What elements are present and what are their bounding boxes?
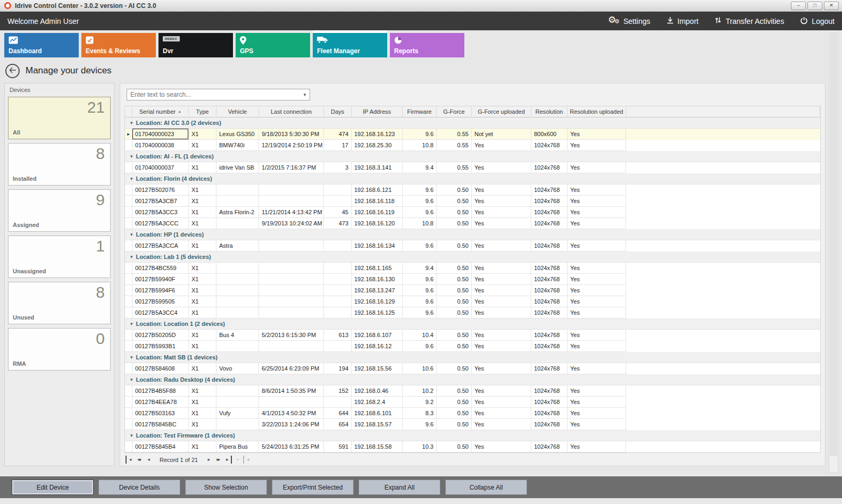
cell-firmware[interactable]: 9.6 [403, 274, 437, 285]
table-row[interactable]: 00127B5A3CCCX19/19/2013 10:24:02 AM47319… [125, 218, 820, 229]
table-row[interactable]: 00127B5993B1X1192.168.16.129.60.50Yes102… [125, 341, 820, 352]
cell-gforce-uploaded[interactable]: Yes [472, 441, 531, 452]
cell-gforce[interactable]: 0.50 [437, 397, 472, 408]
cell-type[interactable]: X1 [189, 285, 216, 296]
cell-ip-address[interactable]: 192.168.0.46 [352, 385, 403, 397]
cell-firmware[interactable]: 9.4 [403, 263, 437, 274]
cell-ip-address[interactable]: 192.168.13.247 [352, 285, 403, 296]
cell-gforce-uploaded[interactable]: Yes [472, 296, 531, 307]
cell-firmware[interactable]: 9.6 [403, 129, 437, 140]
cell-gforce-uploaded[interactable]: Yes [472, 196, 531, 207]
cell-type[interactable]: X1 [189, 363, 216, 374]
cell-serial-number[interactable]: 00127B59940F [132, 274, 189, 285]
cell-days[interactable]: 654 [324, 419, 352, 430]
cell-serial-number[interactable]: 00127B584608 [132, 363, 189, 374]
cell-ip-address[interactable]: 192.168.16.118 [352, 196, 403, 207]
cell-serial-number[interactable]: 017040000038 [132, 140, 189, 151]
group-row[interactable]: ▾Location: Lab 1 (5 devices) [125, 251, 820, 263]
cell-firmware[interactable]: 9.6 [403, 207, 437, 218]
filter-card-rma[interactable]: 0 RMA [8, 328, 111, 371]
cell-resolution-uploaded[interactable]: Yes [568, 363, 626, 374]
cell-gforce-uploaded[interactable]: Yes [472, 307, 531, 318]
cell-vehicle[interactable]: Astra Florin-2 [216, 207, 259, 218]
device-details-button[interactable]: Device Details [98, 480, 180, 495]
cell-type[interactable]: X1 [189, 140, 216, 151]
cell-firmware[interactable]: 10.8 [403, 218, 437, 229]
cell-serial-number[interactable]: 00127B5A3CC3 [132, 207, 189, 218]
cell-days[interactable]: 644 [324, 408, 352, 419]
cell-type[interactable]: X1 [189, 385, 216, 397]
cell-firmware[interactable]: 8.3 [403, 408, 437, 419]
cell-resolution-uploaded[interactable]: Yes [568, 419, 626, 430]
edit-device-button[interactable]: Edit Device [12, 480, 94, 495]
cell-days[interactable]: 474 [324, 129, 352, 140]
cell-last-connection[interactable]: 6/25/2014 6:23:09 PM [259, 363, 324, 374]
cell-serial-number[interactable]: 00127B5A3CCA [132, 240, 189, 251]
chevron-down-icon[interactable]: ▼ [300, 93, 310, 97]
table-row[interactable]: 00127B5A3CB7X1192.168.16.1189.60.50Yes10… [125, 196, 820, 207]
group-row[interactable]: ▾Location: Florin (4 devices) [125, 173, 820, 184]
column-header-days[interactable]: Days [324, 106, 352, 117]
cell-vehicle[interactable] [216, 397, 259, 408]
table-row[interactable]: ▸017040000023X1Lexus GS3509/18/2013 5:30… [125, 129, 820, 140]
cell-resolution[interactable]: 1024x768 [531, 441, 568, 452]
table-row[interactable]: 00127B5994F6X1192.168.13.2479.60.50Yes10… [125, 285, 820, 296]
cell-gforce[interactable]: 0.50 [437, 196, 472, 207]
table-row[interactable]: 00127B584608X1Vovo6/25/2014 6:23:09 PM19… [125, 363, 820, 374]
cell-type[interactable]: X1 [189, 441, 216, 452]
search-combobox[interactable]: ▼ [127, 89, 310, 100]
group-row[interactable]: ▾Location: Matt SB (1 devices) [125, 352, 820, 363]
cell-ip-address[interactable]: 192.168.16.130 [352, 274, 403, 285]
cell-gforce[interactable]: 0.50 [437, 207, 472, 218]
cell-days[interactable] [324, 263, 352, 274]
cell-last-connection[interactable]: 12/19/2014 2:50:19 PM [259, 140, 324, 151]
cell-resolution-uploaded[interactable]: Yes [568, 196, 626, 207]
group-row[interactable]: ▾Location: HP (1 devices) [125, 229, 820, 240]
cell-firmware[interactable]: 10.8 [403, 140, 437, 151]
cell-last-connection[interactable]: 11/21/2014 4:13:42 PM [259, 207, 324, 218]
cell-ip-address[interactable]: 192.168.15.56 [352, 363, 403, 374]
cell-gforce[interactable]: 0.50 [437, 330, 472, 341]
cell-vehicle[interactable]: Pipera Bus [216, 441, 259, 452]
filter-card-unused[interactable]: 8 Unused [8, 282, 111, 324]
cell-vehicle[interactable]: idrive Van SB [216, 162, 259, 173]
cell-firmware[interactable]: 9.4 [403, 162, 437, 173]
export-print-selected-button[interactable]: Export/Print Selected [272, 480, 354, 495]
cell-gforce[interactable]: 0.50 [437, 240, 472, 251]
cell-type[interactable]: X1 [189, 207, 216, 218]
tab-reports[interactable]: Reports [390, 33, 464, 57]
cell-vehicle[interactable] [216, 296, 259, 307]
cell-ip-address[interactable]: 192.168.16.134 [352, 240, 403, 251]
cell-last-connection[interactable]: 9/19/2013 10:24:02 AM [259, 218, 324, 229]
cell-days[interactable]: 194 [324, 363, 352, 374]
cell-ip-address[interactable]: 192.168.3.141 [352, 162, 403, 173]
cell-type[interactable]: X1 [189, 408, 216, 419]
cell-gforce-uploaded[interactable]: Yes [472, 184, 531, 196]
prev-record-button[interactable]: ◂ [145, 456, 153, 464]
table-row[interactable]: 00127B4BC559X1192.168.1.1659.40.50Yes102… [125, 263, 820, 274]
first-record-button[interactable]: ◂ [126, 456, 134, 464]
cell-days[interactable] [324, 184, 352, 196]
cell-days[interactable]: 591 [324, 441, 352, 452]
cell-gforce[interactable]: 0.50 [437, 184, 472, 196]
cell-type[interactable]: X1 [189, 184, 216, 196]
cell-last-connection[interactable]: 1/2/2015 7:16:37 PM [259, 162, 324, 173]
cell-vehicle[interactable] [216, 184, 259, 196]
cell-ip-address[interactable]: 192.168.15.58 [352, 441, 403, 452]
cell-resolution[interactable]: 1024x768 [531, 385, 568, 397]
cell-days[interactable] [324, 307, 352, 318]
collapse-icon[interactable]: ▾ [130, 176, 133, 181]
cell-days[interactable]: 613 [324, 330, 352, 341]
cell-type[interactable]: X1 [189, 196, 216, 207]
cell-ip-address[interactable]: 192.168.6.121 [352, 184, 403, 196]
cell-resolution[interactable]: 1024x768 [531, 296, 568, 307]
cell-resolution-uploaded[interactable]: Yes [568, 285, 626, 296]
cell-resolution[interactable]: 1024x768 [531, 363, 568, 374]
cell-resolution-uploaded[interactable]: Yes [568, 140, 626, 151]
cell-firmware[interactable]: 9.6 [403, 341, 437, 352]
cell-gforce[interactable]: 0.55 [437, 140, 472, 151]
cell-serial-number[interactable]: 00127B5A3CB7 [132, 196, 189, 207]
cell-gforce-uploaded[interactable]: Yes [472, 385, 531, 397]
group-row[interactable]: ▾Location: AI - FL (1 devices) [125, 151, 820, 162]
filter-card-all[interactable]: 21 All [8, 97, 111, 139]
